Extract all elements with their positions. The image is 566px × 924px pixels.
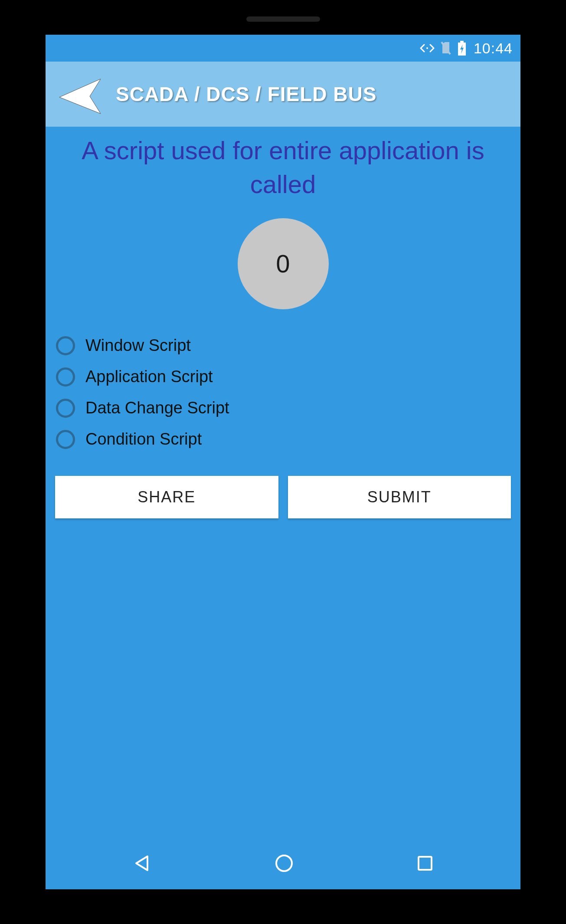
no-sim-icon <box>440 41 452 55</box>
status-bar: 10:44 <box>46 35 520 62</box>
device-frame: 10:44 SCADA / DCS / FIELD BUS A script u… <box>0 0 566 924</box>
nav-recent-button[interactable] <box>416 855 434 872</box>
svg-rect-4 <box>419 857 432 870</box>
navigation-bar <box>46 837 520 889</box>
options-list: Window Script Application Script Data Ch… <box>54 330 512 455</box>
status-clock: 10:44 <box>474 40 513 57</box>
nav-home-button[interactable] <box>274 853 294 874</box>
nav-back-button[interactable] <box>133 854 152 873</box>
option-label: Window Script <box>85 336 191 355</box>
share-button[interactable]: SHARE <box>55 476 278 518</box>
button-row: SHARE SUBMIT <box>54 476 512 518</box>
option-1[interactable]: Application Script <box>56 361 510 393</box>
option-3[interactable]: Condition Script <box>56 424 510 455</box>
timer-value: 0 <box>276 249 290 278</box>
timer-circle: 0 <box>238 218 329 309</box>
svg-point-3 <box>276 855 292 871</box>
radio-icon <box>56 336 75 355</box>
timer-container: 0 <box>54 218 512 309</box>
option-label: Data Change Script <box>85 399 229 417</box>
triangle-back-icon <box>133 854 152 873</box>
back-button[interactable] <box>51 68 107 120</box>
circle-home-icon <box>274 853 294 874</box>
app-title: SCADA / DCS / FIELD BUS <box>116 82 376 106</box>
svg-point-0 <box>426 47 428 49</box>
radio-icon <box>56 367 75 387</box>
content-area: A script used for entire application is … <box>46 127 520 518</box>
submit-button[interactable]: SUBMIT <box>288 476 511 518</box>
option-label: Condition Script <box>85 430 202 449</box>
cast-icon <box>420 43 435 53</box>
back-arrow-icon <box>53 70 105 118</box>
radio-icon <box>56 399 75 418</box>
device-speaker <box>246 16 320 22</box>
battery-charging-icon <box>457 41 467 56</box>
app-bar: SCADA / DCS / FIELD BUS <box>46 62 520 127</box>
question-text: A script used for entire application is … <box>54 131 512 206</box>
svg-rect-2 <box>460 41 464 43</box>
square-recent-icon <box>416 855 434 872</box>
screen: 10:44 SCADA / DCS / FIELD BUS A script u… <box>46 35 520 889</box>
radio-icon <box>56 430 75 449</box>
option-2[interactable]: Data Change Script <box>56 393 510 424</box>
option-label: Application Script <box>85 367 213 386</box>
option-0[interactable]: Window Script <box>56 330 510 361</box>
